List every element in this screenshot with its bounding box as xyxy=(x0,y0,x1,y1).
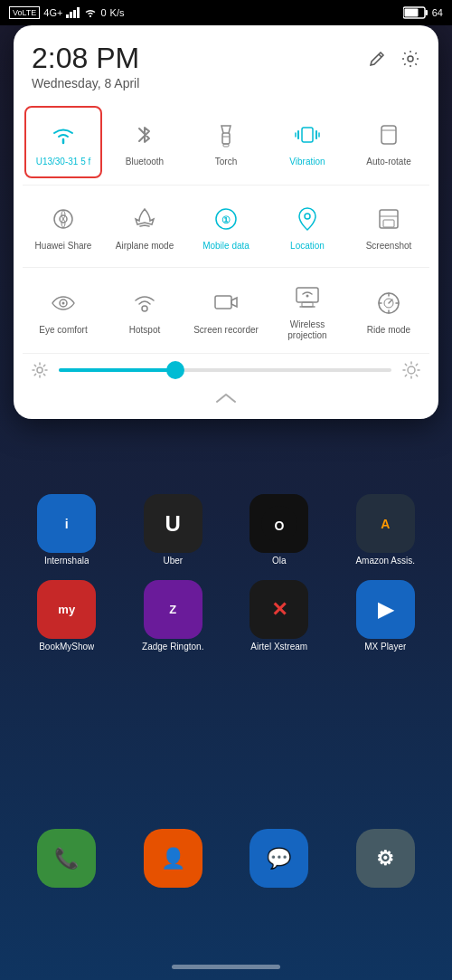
battery-percent: 64 xyxy=(432,7,443,18)
tile-screenshot[interactable]: Screenshot xyxy=(348,190,429,262)
network-label: 4G+ xyxy=(43,7,62,18)
tiles-row-1: U13/30-31 5 f Bluetooth Torch xyxy=(14,100,438,185)
tile-eye-comfort[interactable]: Eye comfort xyxy=(23,272,104,348)
tile-wifi[interactable]: U13/30-31 5 f xyxy=(24,106,102,178)
tiles-row-2: Huawei Share Airplane mode ① Mobile data xyxy=(14,186,438,267)
tile-torch[interactable]: Torch xyxy=(185,104,267,180)
vibration-icon xyxy=(289,117,325,153)
svg-point-23 xyxy=(142,306,147,311)
bg-app-internshala: i Internshala xyxy=(33,494,100,566)
svg-rect-7 xyxy=(425,10,428,15)
airplane-label: Airplane mode xyxy=(116,241,174,252)
tile-wireless-projection[interactable]: Wireless projection xyxy=(267,272,348,348)
mobile-data-icon: ① xyxy=(208,201,244,237)
tile-screen-recorder[interactable]: Screen recorder xyxy=(185,272,267,348)
panel-time: 2:08 PM xyxy=(32,43,139,72)
panel-time-section: 2:08 PM Wednesday, 8 April xyxy=(32,43,139,90)
svg-rect-24 xyxy=(215,296,231,309)
wifi-icon xyxy=(45,117,81,153)
hotspot-label: Hotspot xyxy=(129,325,160,336)
status-bar: VoLTE 4G+ 0 K/s 64 xyxy=(0,0,452,25)
panel-chevron[interactable] xyxy=(14,386,438,405)
bg-app-airtel: ✕ Airtel Xstream xyxy=(245,580,313,652)
auto-rotate-label: Auto-rotate xyxy=(366,157,410,167)
screenshot-icon xyxy=(371,201,407,237)
eye-comfort-label: Eye comfort xyxy=(39,325,87,336)
panel-header-icons xyxy=(368,49,420,69)
svg-rect-10 xyxy=(222,133,230,144)
wifi-status-icon xyxy=(84,7,97,18)
ride-mode-label: Ride mode xyxy=(367,325,410,336)
data-unit: K/s xyxy=(110,7,125,18)
svg-point-30 xyxy=(37,367,42,373)
brightness-slider[interactable] xyxy=(59,368,391,372)
bg-app-bookmyshow: my BookMyShow xyxy=(33,580,100,652)
svg-rect-5 xyxy=(77,7,80,18)
bg-app-mxplayer: ▶ MX Player xyxy=(352,580,419,652)
torch-label: Torch xyxy=(215,157,237,167)
screen-recorder-icon xyxy=(208,285,244,321)
location-icon xyxy=(289,201,325,237)
tile-vibration[interactable]: Vibration xyxy=(267,104,348,180)
svg-rect-19 xyxy=(380,210,398,228)
bg-app-row-1: i Internshala U Uber O Ola A Amazon Assi… xyxy=(0,487,452,573)
bg-app-ola: O Ola xyxy=(245,494,313,566)
svg-point-9 xyxy=(408,56,413,62)
tile-location[interactable]: Location xyxy=(267,190,348,262)
tile-airplane[interactable]: Airplane mode xyxy=(104,190,185,262)
svg-rect-8 xyxy=(404,9,418,17)
tile-bluetooth[interactable]: Bluetooth xyxy=(104,104,185,180)
battery-icon xyxy=(403,6,428,19)
vibration-label: Vibration xyxy=(289,157,325,167)
signal-icon xyxy=(66,7,80,18)
status-bar-right: 64 xyxy=(403,6,443,19)
svg-point-27 xyxy=(306,295,309,298)
status-bar-left: VoLTE 4G+ 0 K/s xyxy=(9,6,125,19)
tile-huawei-share[interactable]: Huawei Share xyxy=(23,190,104,262)
edit-icon[interactable] xyxy=(368,50,386,68)
bg-app-row-3: 📞 👤 💬 ⚙ xyxy=(0,822,452,898)
screenshot-label: Screenshot xyxy=(366,241,412,252)
bg-app-row-2: my BookMyShow Z Zadge Rington. ✕ Airtel … xyxy=(0,573,452,659)
bg-app-phone: 📞 xyxy=(33,829,100,890)
bg-app-amazon: A Amazon Assis. xyxy=(352,494,419,566)
ride-mode-icon xyxy=(371,285,407,321)
brightness-fill xyxy=(59,368,175,372)
settings-icon[interactable] xyxy=(400,49,420,69)
bg-app-contacts: 👤 xyxy=(139,829,207,890)
tile-auto-rotate[interactable]: Auto-rotate xyxy=(348,104,429,180)
home-bar[interactable] xyxy=(172,965,280,969)
data-speed: 0 xyxy=(100,7,106,18)
wifi-label: U13/30-31 5 f xyxy=(36,157,91,167)
svg-rect-3 xyxy=(70,12,72,18)
eye-comfort-icon xyxy=(45,285,81,321)
svg-rect-2 xyxy=(66,14,69,18)
svg-rect-11 xyxy=(223,144,229,147)
tile-hotspot[interactable]: Hotspot xyxy=(104,272,185,348)
quick-settings-panel: 2:08 PM Wednesday, 8 April xyxy=(14,25,438,419)
huawei-share-label: Huawei Share xyxy=(35,241,92,252)
tiles-row-3: Eye comfort Hotspot Screen recorder xyxy=(14,268,438,353)
svg-rect-13 xyxy=(381,126,396,144)
panel-header: 2:08 PM Wednesday, 8 April xyxy=(14,25,438,100)
bluetooth-icon xyxy=(127,117,163,153)
svg-rect-20 xyxy=(383,220,394,227)
hotspot-icon xyxy=(127,285,163,321)
svg-point-31 xyxy=(408,366,415,374)
torch-icon xyxy=(208,117,244,153)
svg-rect-4 xyxy=(73,10,76,18)
brightness-thumb[interactable] xyxy=(166,361,184,379)
huawei-share-icon xyxy=(45,201,81,237)
screen-recorder-label: Screen recorder xyxy=(193,325,259,336)
svg-text:O: O xyxy=(274,519,284,533)
panel-date: Wednesday, 8 April xyxy=(32,76,139,90)
tile-mobile-data[interactable]: ① Mobile data xyxy=(185,190,267,262)
tile-ride-mode[interactable]: Ride mode xyxy=(348,272,429,348)
svg-point-22 xyxy=(62,302,65,305)
svg-text:①: ① xyxy=(221,214,231,225)
airplane-icon xyxy=(127,201,163,237)
brightness-high-icon xyxy=(402,361,420,379)
bluetooth-label: Bluetooth xyxy=(126,157,164,167)
bg-app-uber: U Uber xyxy=(139,494,207,566)
location-label: Location xyxy=(290,241,325,252)
